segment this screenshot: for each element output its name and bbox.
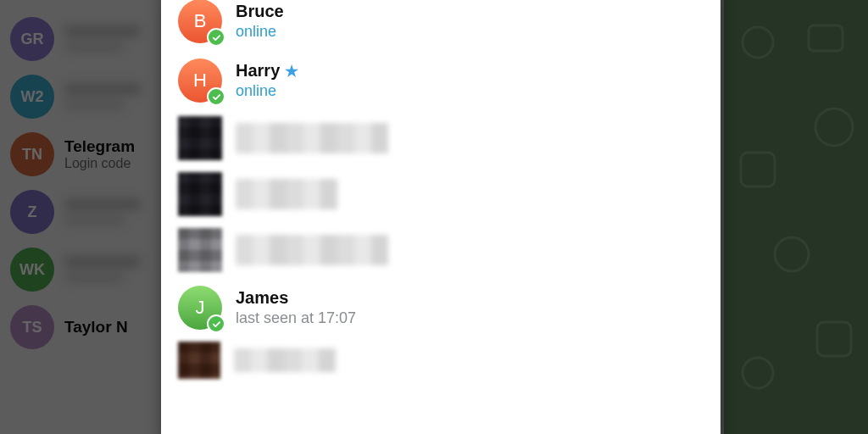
- obscured-text: [236, 123, 388, 153]
- avatar-initial: H: [193, 70, 207, 92]
- contact-picker-modal: B Bruce online H: [161, 0, 721, 434]
- contact-row-harry[interactable]: H Harry ★ online: [161, 51, 721, 110]
- contact-row-bruce[interactable]: B Bruce online: [161, 0, 721, 51]
- contact-status: online: [236, 81, 298, 101]
- contact-status: online: [236, 22, 284, 42]
- obscured-text: [234, 348, 336, 372]
- contact-row-james[interactable]: J James last seen at 17:07: [161, 278, 721, 337]
- avatar-initial: B: [194, 10, 207, 32]
- premium-star-icon: ★: [285, 62, 298, 81]
- contact-row-obscured[interactable]: [161, 110, 721, 166]
- obscured-avatar: [178, 116, 222, 160]
- contact-status: last seen at 17:07: [236, 309, 356, 328]
- obscured-avatar: [178, 172, 222, 216]
- obscured-avatar: [178, 228, 222, 272]
- avatar: H: [178, 58, 222, 103]
- contact-name: Bruce: [236, 1, 284, 22]
- avatar-initial: J: [196, 297, 205, 319]
- obscured-text: [236, 179, 337, 209]
- selected-check-icon: [207, 28, 225, 47]
- contact-row-obscured[interactable]: [161, 166, 721, 222]
- contact-row-obscured[interactable]: [161, 222, 721, 278]
- selected-check-icon: [207, 87, 225, 106]
- contact-row-obscured[interactable]: [161, 337, 721, 383]
- obscured-avatar: [178, 342, 220, 379]
- obscured-text: [236, 235, 388, 265]
- avatar: J: [178, 286, 222, 330]
- avatar: B: [178, 0, 222, 43]
- contact-name: Harry: [236, 60, 280, 81]
- selected-check-icon: [207, 314, 225, 333]
- contact-name: James: [236, 287, 288, 309]
